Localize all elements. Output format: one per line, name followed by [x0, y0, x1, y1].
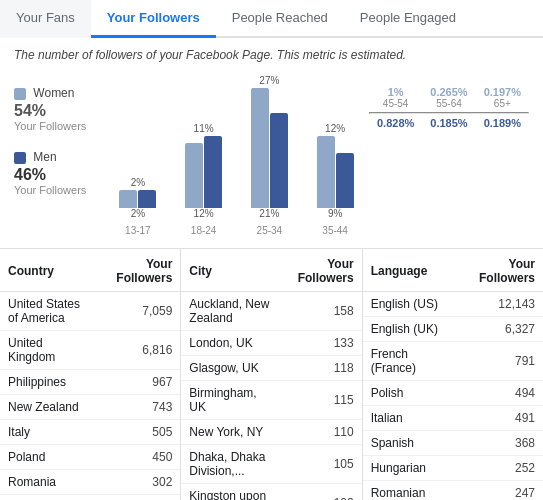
men-dot — [14, 152, 26, 164]
tab-your-fans[interactable]: Your Fans — [0, 0, 91, 38]
country-table: Country Your Followers United States of … — [0, 249, 181, 500]
women-bar — [119, 190, 137, 208]
country-col-header: Country — [0, 249, 100, 292]
side-stat-women: 0.197%65+ — [477, 86, 527, 109]
bar-pair — [240, 88, 300, 208]
table-row: London, UK133 — [181, 331, 361, 356]
table-row: Spanish368 — [363, 431, 543, 456]
table-row: Romanian247 — [363, 481, 543, 501]
bar-women-pct: 11% — [194, 123, 214, 134]
chart-legend: Women 54% Your Followers Men 46% Your Fo… — [14, 76, 104, 236]
men-bar — [204, 136, 222, 208]
table-row: French (France)791 — [363, 342, 543, 381]
language-followers-header: Your Followers — [453, 249, 543, 292]
table-row: Dhaka, Dhaka Division,...105 — [181, 445, 361, 484]
table-row: United Kingdom6,816 — [0, 331, 180, 370]
table-row: United States of America7,059 — [0, 292, 180, 331]
men-bar — [336, 153, 354, 208]
men-pct: 46% — [14, 166, 104, 184]
bar-men-pct: 12% — [194, 208, 214, 219]
men-bar — [270, 113, 288, 208]
table-row: Poland450 — [0, 445, 180, 470]
women-dot — [14, 88, 26, 100]
tables-section: Country Your Followers United States of … — [0, 248, 543, 500]
men-label: Men — [33, 150, 56, 164]
language-table: Language Your Followers English (US)12,1… — [363, 249, 543, 500]
tab-your-followers[interactable]: Your Followers — [91, 0, 216, 38]
table-row: Romania302 — [0, 470, 180, 495]
table-row: Birmingham, UK115 — [181, 381, 361, 420]
legend-men: Men 46% Your Followers — [14, 150, 104, 196]
table-row: Hungarian252 — [363, 456, 543, 481]
table-row: Italian491 — [363, 406, 543, 431]
city-followers-header: Your Followers — [282, 249, 362, 292]
bar-group: 27%21%25-34 — [240, 75, 300, 236]
bar-chart: 2%2%13-1711%12%18-2427%21%25-3412%9%35-4… — [104, 76, 369, 236]
table-row: English (US)12,143 — [363, 292, 543, 317]
side-stat-men: 0.189% — [477, 117, 527, 129]
women-bar — [185, 143, 203, 208]
table-row: Philippines967 — [0, 370, 180, 395]
bar-age-label: 18-24 — [191, 225, 217, 236]
bar-group: 2%2%13-17 — [108, 177, 168, 236]
table-row: Kingston upon Hull, UK102 — [181, 484, 361, 501]
table-row: Italy505 — [0, 420, 180, 445]
language-col-header: Language — [363, 249, 453, 292]
tab-people-engaged[interactable]: People Engaged — [344, 0, 472, 38]
bar-women-pct: 2% — [131, 177, 145, 188]
women-bar — [317, 136, 335, 208]
chart-description: The number of followers of your Facebook… — [0, 38, 543, 68]
women-sub: Your Followers — [14, 120, 104, 132]
chart-area: Women 54% Your Followers Men 46% Your Fo… — [0, 68, 543, 240]
city-col-header: City — [181, 249, 282, 292]
men-bar — [138, 190, 156, 208]
bar-group: 12%9%35-44 — [305, 123, 365, 236]
bar-men-pct: 9% — [328, 208, 342, 219]
side-stat-men: 0.828% — [371, 117, 421, 129]
side-stat-women: 1%45-54 — [371, 86, 421, 109]
bar-age-label: 13-17 — [125, 225, 151, 236]
bar-women-pct: 27% — [259, 75, 279, 86]
men-sub: Your Followers — [14, 184, 104, 196]
bar-men-pct: 2% — [131, 208, 145, 219]
bar-men-pct: 21% — [259, 208, 279, 219]
table-row: Auckland, New Zealand158 — [181, 292, 361, 331]
bar-pair — [108, 190, 168, 208]
side-stat-men: 0.185% — [424, 117, 474, 129]
city-table: City Your Followers Auckland, New Zealan… — [181, 249, 362, 500]
bar-age-label: 35-44 — [322, 225, 348, 236]
bar-age-label: 25-34 — [257, 225, 283, 236]
country-followers-header: Your Followers — [100, 249, 181, 292]
table-row: Polish494 — [363, 381, 543, 406]
women-bar — [251, 88, 269, 208]
bar-pair — [305, 136, 365, 208]
table-row: Glasgow, UK118 — [181, 356, 361, 381]
bar-group: 11%12%18-24 — [174, 123, 234, 236]
side-stats: 1%45-540.265%55-640.197%65+0.828%0.185%0… — [369, 76, 529, 236]
side-stat-women: 0.265%55-64 — [424, 86, 474, 109]
bar-women-pct: 12% — [325, 123, 345, 134]
table-row: India265 — [0, 495, 180, 501]
women-label: Women — [33, 86, 74, 100]
tab-bar: Your Fans Your Followers People Reached … — [0, 0, 543, 38]
table-row: New York, NY110 — [181, 420, 361, 445]
legend-women: Women 54% Your Followers — [14, 86, 104, 132]
table-row: New Zealand743 — [0, 395, 180, 420]
women-pct: 54% — [14, 102, 104, 120]
tab-people-reached[interactable]: People Reached — [216, 0, 344, 38]
table-row: English (UK)6,327 — [363, 317, 543, 342]
bar-pair — [174, 136, 234, 208]
